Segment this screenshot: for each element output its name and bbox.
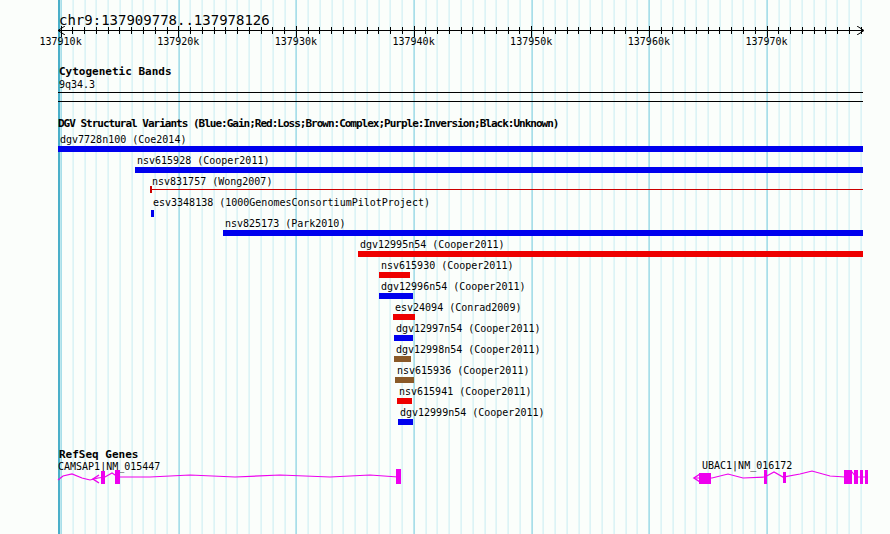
gene-exon-block[interactable] bbox=[865, 470, 868, 484]
gene-exon-block[interactable] bbox=[783, 472, 786, 483]
gene-exon-block[interactable] bbox=[764, 470, 767, 484]
gene-intron-line[interactable] bbox=[694, 471, 868, 478]
gene-exon-block[interactable] bbox=[396, 469, 401, 484]
gene-exon-block[interactable] bbox=[860, 470, 863, 484]
gene-exon-block[interactable] bbox=[844, 470, 852, 484]
gene-exon-block[interactable] bbox=[854, 470, 858, 484]
gene-exon-block[interactable] bbox=[101, 471, 105, 484]
genome-browser-view: chr9:137909778..137978126 137910k137920k… bbox=[0, 0, 890, 534]
gene-intron-line[interactable] bbox=[58, 473, 398, 480]
refseq-gene-structures[interactable] bbox=[0, 0, 890, 534]
gene-exon-block[interactable] bbox=[699, 473, 711, 484]
gene-exon-block[interactable] bbox=[115, 470, 120, 484]
